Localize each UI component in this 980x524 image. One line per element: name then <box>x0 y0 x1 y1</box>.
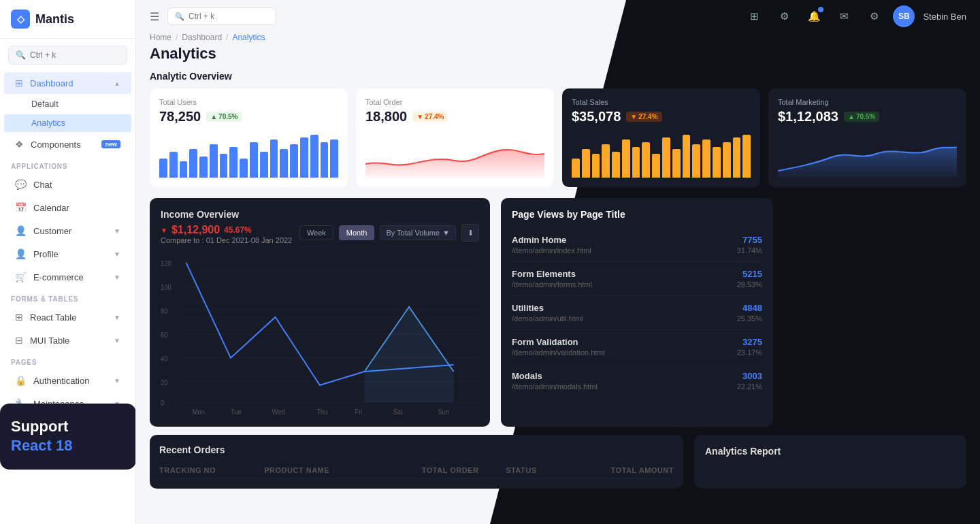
stat-label-marketing: Total Marketing <box>778 98 957 106</box>
analytics-report-card: Analytics Report <box>694 435 966 489</box>
chevron-down-icon5: ▼ <box>114 337 120 344</box>
orders-area-chart <box>365 130 544 178</box>
sidebar-item-ecommerce[interactable]: 🛒 E-commerce ▼ <box>4 266 131 288</box>
sidebar-item-dashboard[interactable]: ⊞ Dashboard ▲ <box>4 72 131 94</box>
profile-icon: 👤 <box>15 248 27 259</box>
hamburger-icon[interactable]: ☰ <box>150 10 159 23</box>
col-header-amount: TOTAL AMOUNT <box>590 466 674 474</box>
stats-row: Total Users 78,250 ▲ 70.5% Total Order <box>150 88 966 187</box>
notification-icon-btn[interactable]: 🔔 <box>803 5 825 27</box>
page-view-item: Utilities /demo/admin/util.html 4848 25.… <box>512 296 762 330</box>
stat-label-sales: Total Sales <box>572 98 751 106</box>
page-view-pct: 28.53% <box>737 280 762 289</box>
page-view-count: 3003 <box>737 371 762 381</box>
search-input[interactable] <box>30 50 120 60</box>
search-icon2: 🔍 <box>175 12 184 21</box>
page-view-url: /demo/admin/forms.html <box>512 280 592 289</box>
page-view-count: 5215 <box>737 269 762 279</box>
sidebar-item-default[interactable]: Default <box>4 95 131 113</box>
volume-select[interactable]: By Total Volume ▼ <box>380 225 456 240</box>
download-btn[interactable]: ⬇ <box>461 224 479 242</box>
mui-table-icon: ⊟ <box>15 335 23 346</box>
income-value: ▼ $1,12,900 45.67% <box>161 224 292 236</box>
col-header-tracking: TRACKING NO <box>159 466 264 474</box>
stat-badge-orders: ▼ 27.4% <box>412 112 448 122</box>
page-view-left: Admin Home /demo/admin/index.html <box>512 235 591 255</box>
page-view-name: Admin Home <box>512 235 591 245</box>
page-view-right: 5215 28.53% <box>737 269 762 289</box>
header-search-input[interactable] <box>189 12 291 21</box>
breadcrumb-dashboard[interactable]: Dashboard <box>182 33 222 42</box>
sidebar-item-mui-table[interactable]: ⊟ MUI Table ▼ <box>4 329 131 351</box>
mail-icon-btn[interactable]: ✉ <box>833 5 855 27</box>
recent-orders-title: Recent Orders <box>159 444 674 455</box>
sidebar-item-analytics[interactable]: Analytics <box>4 114 131 132</box>
sidebar-search[interactable]: 🔍 <box>8 46 127 65</box>
page-view-name: Modals <box>512 371 598 381</box>
gear-icon-btn[interactable]: ⚙ <box>863 5 885 27</box>
apps-icon-btn[interactable]: ⊞ <box>743 5 765 27</box>
page-view-pct: 23.17% <box>737 348 762 357</box>
svg-text:60: 60 <box>161 331 167 339</box>
arrow-up-icon: ▲ <box>210 113 217 120</box>
breadcrumb-sep2: / <box>226 33 228 42</box>
breadcrumb-home[interactable]: Home <box>150 33 172 42</box>
sidebar-item-profile[interactable]: 👤 Profile ▼ <box>4 243 131 265</box>
calendar-icon: 📅 <box>15 202 27 213</box>
stat-badge-users: ▲ 70.5% <box>206 112 242 122</box>
page-scroll-container[interactable]: Home / Dashboard / Analytics Analytics A… <box>136 33 980 524</box>
stat-label-orders: Total Order <box>365 98 544 106</box>
page-view-item: Form Elements /demo/admin/forms.html 521… <box>512 262 762 296</box>
table-icon: ⊞ <box>15 312 23 323</box>
week-btn[interactable]: Week <box>299 225 333 240</box>
svg-text:Sat: Sat <box>393 408 403 416</box>
applications-section-label: Applications <box>0 156 135 173</box>
income-section: Income Overview ▼ $1,12,900 45.67% Compa… <box>150 198 966 427</box>
svg-text:Sun: Sun <box>438 408 449 416</box>
page-views-list: Admin Home /demo/admin/index.html 7755 3… <box>512 228 762 397</box>
sidebar-dashboard-label: Dashboard <box>30 78 74 88</box>
sidebar-item-react-table[interactable]: ⊞ React Table ▼ <box>4 306 131 328</box>
svg-text:Thu: Thu <box>316 408 327 416</box>
notification-badge <box>818 7 823 12</box>
income-chart-card: Income Overview ▼ $1,12,900 45.67% Compa… <box>150 198 490 427</box>
settings-icon-btn[interactable]: ⚙ <box>773 5 795 27</box>
stat-card-marketing: Total Marketing $1,12,083 ▲ 70.5% <box>768 88 966 187</box>
svg-text:40: 40 <box>161 355 167 363</box>
sidebar-item-customer[interactable]: 👤 Customer ▼ <box>4 220 131 242</box>
sidebar-item-authentication[interactable]: 🔒 Authentication ▼ <box>4 370 131 391</box>
income-section-title: Income Overview <box>161 209 479 220</box>
page-view-url: /demo/admin/modals.html <box>512 382 598 391</box>
svg-text:120: 120 <box>161 260 172 267</box>
chevron-down-icon4: ▼ <box>114 314 120 321</box>
stat-value-row-sales: $35,078 ▼ 27.4% <box>572 109 751 125</box>
page-title: Analytics <box>150 45 966 63</box>
page-view-item: Form Validation /demo/admin/validation.h… <box>512 330 762 364</box>
sidebar-item-calendar[interactable]: 📅 Calendar <box>4 197 131 218</box>
page-view-pct: 25.35% <box>737 314 762 323</box>
logo-text: Mantis <box>35 12 74 27</box>
svg-text:20: 20 <box>161 379 167 387</box>
stat-value-users: 78,250 <box>159 109 201 125</box>
svg-text:Fri: Fri <box>355 408 362 416</box>
analytics-report-title: Analytics Report <box>705 446 956 457</box>
dashboard-icon: ⊞ <box>15 78 23 88</box>
main-area: ☰ 🔍 ⊞ ⚙ 🔔 ✉ ⚙ SB Stebin Ben <box>136 0 980 524</box>
stat-value-marketing: $1,12,083 <box>778 109 838 125</box>
chevron-down-icon: ▼ <box>114 227 120 235</box>
header-search-bar[interactable]: 🔍 <box>167 7 276 25</box>
support-toast: Support React 18 <box>0 404 136 470</box>
page-view-url: /demo/admin/index.html <box>512 246 591 255</box>
top-header: ☰ 🔍 ⊞ ⚙ 🔔 ✉ ⚙ SB Stebin Ben <box>136 0 980 33</box>
page-view-left: Form Elements /demo/admin/forms.html <box>512 269 592 289</box>
customer-icon: 👤 <box>15 225 27 236</box>
sidebar-item-components[interactable]: ❖ Components new <box>4 133 131 155</box>
arrow-down-icon: ▼ <box>416 113 423 120</box>
stat-card-orders: Total Order 18,800 ▼ 27.4% <box>356 88 554 187</box>
income-compare: Compare to : 01 Dec 2021-08 Jan 2022 <box>161 236 292 244</box>
month-btn[interactable]: Month <box>339 225 375 240</box>
page-view-left: Modals /demo/admin/modals.html <box>512 371 598 391</box>
sidebar-item-chat[interactable]: 💬 Chat <box>4 174 131 195</box>
arrow-down-icon3: ▼ <box>161 227 167 234</box>
page-view-item: Modals /demo/admin/modals.html 3003 22.2… <box>512 364 762 397</box>
